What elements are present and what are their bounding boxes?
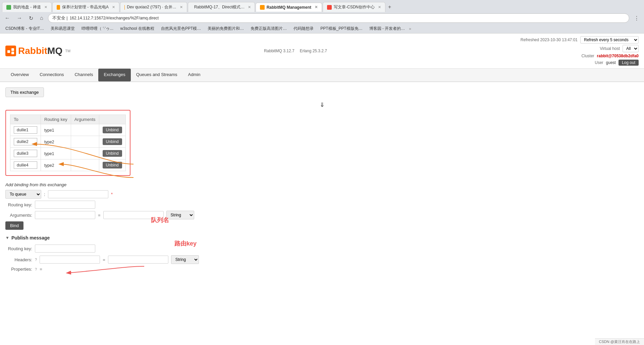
binding-to-1: duilie1: [10, 124, 41, 136]
tab-close-1[interactable]: ✕: [44, 5, 47, 9]
unbind-cell-4: Unbind: [99, 159, 125, 171]
bookmark-w3school[interactable]: w3school 在线教程: [118, 25, 157, 32]
logo-text: RabbitMQ: [18, 46, 62, 56]
arguments-type-select[interactable]: String Integer Boolean: [166, 211, 194, 219]
binding-to-4: duilie4: [10, 159, 41, 171]
bookmark-csdn[interactable]: CSDN博客 - 专业IT…: [3, 25, 47, 32]
col-to: To: [10, 115, 41, 124]
logo-mq-part: MQ: [47, 46, 62, 56]
reload-button[interactable]: ↻: [27, 14, 35, 22]
routing-key-3: type1: [41, 148, 71, 159]
properties-help-icon[interactable]: ?: [35, 267, 37, 271]
tab-maintenance[interactable]: 保养计划管理 - 帝晶光电A ✕: [52, 2, 119, 12]
tab-rabbitmq-blog[interactable]: RabbitMQ-17、Direct模式… ✕: [188, 2, 255, 12]
logout-button[interactable]: Log out: [619, 60, 639, 66]
tab-bar: 我的地盘 - 禅道 ✕ 保养计划管理 - 帝晶光电A ✕ Dev quxiao2…: [0, 0, 644, 12]
nav-queues[interactable]: Queues and Streams: [131, 69, 183, 81]
pub-properties-row: Properties: ? =: [5, 267, 639, 272]
bookmark-hd-images[interactable]: 免费正版高清图片…: [248, 25, 289, 32]
logo: RabbitMQ TM: [5, 46, 70, 56]
nav-admin[interactable]: Admin: [183, 69, 206, 81]
url-box[interactable]: 不安全 | 162.14.112.7:15672/#/exchanges/%2F…: [48, 13, 629, 23]
pub-routing-key-input[interactable]: [35, 245, 95, 253]
arguments-form-label: Arguments:: [5, 213, 32, 218]
refresh-row: Refreshed 2023-10-30 13:47:01 Refresh ev…: [521, 36, 639, 44]
publish-section-title[interactable]: ▼ Publish message: [5, 235, 639, 240]
bookmarks-more[interactable]: »: [409, 26, 411, 31]
extensions-button[interactable]: ⋮: [632, 14, 641, 22]
binding-row-1: duilie1 type1 Unbind: [10, 124, 126, 136]
arguments-input[interactable]: [35, 211, 95, 219]
to-queue-input[interactable]: [48, 190, 108, 198]
cluster-name: rabbit@70538db2dfa0: [597, 54, 639, 58]
logo-tm: TM: [65, 49, 70, 53]
app-header: RabbitMQ TM RabbitMQ 3.12.7 Erlang 25.3.…: [0, 33, 644, 69]
bookmark-ppt2[interactable]: PPT模板_PPT模版免…: [318, 25, 365, 32]
tab-my-place[interactable]: 我的地盘 - 禅道 ✕: [2, 2, 52, 12]
tab-favicon-3: [124, 5, 125, 10]
pub-headers-value-input[interactable]: [108, 256, 168, 264]
nav-overview[interactable]: Overview: [5, 69, 34, 81]
tab-close-6[interactable]: ✕: [378, 5, 381, 9]
arguments-4: [71, 159, 99, 171]
vhost-select[interactable]: All /: [623, 45, 639, 52]
tab-favicon-2: [57, 5, 60, 10]
bookmark-blog[interactable]: 博客园 - 开发者的…: [367, 25, 408, 32]
to-queue-select[interactable]: To queue To exchange: [5, 190, 41, 199]
tab-close-3[interactable]: ✕: [180, 5, 183, 9]
headers-help-icon[interactable]: ?: [35, 258, 37, 262]
bookmark-bilibili[interactable]: 哔哩哔哩（ '·'ゥ…: [79, 25, 116, 32]
forward-button[interactable]: →: [15, 14, 24, 22]
tab-close-2[interactable]: ✕: [112, 5, 115, 9]
publish-title-text: Publish message: [11, 235, 50, 240]
binding-to-3: duilie3: [10, 148, 41, 159]
user-name: guest: [606, 60, 616, 65]
pub-headers-type-select[interactable]: String Integer Boolean: [171, 255, 199, 264]
binding-to-2: duilie2: [10, 136, 41, 148]
arguments-2: [71, 136, 99, 148]
nav-channels[interactable]: Channels: [69, 69, 98, 81]
bindings-section: To Routing key Arguments duilie1 type1 U…: [5, 110, 130, 176]
bookmark-code[interactable]: 代码随想录: [291, 25, 316, 32]
bookmark-images[interactable]: 美丽的免费图片和…: [205, 25, 247, 32]
queue-box-1: duilie1: [14, 126, 37, 134]
unbind-button-3[interactable]: Unbind: [103, 150, 122, 157]
new-tab-button[interactable]: +: [386, 3, 393, 11]
tab-csdn[interactable]: 写文章-CSDN创作中心 ✕: [323, 2, 385, 12]
this-exchange-button[interactable]: This exchange: [5, 87, 44, 97]
binding-row-2: duilie2 type2 Unbind: [10, 136, 126, 148]
tab-dev[interactable]: Dev quxiao2 (!797) · 合并… ✕: [120, 2, 187, 12]
col-arguments: Arguments: [71, 115, 99, 124]
tab-close-5[interactable]: ✕: [315, 5, 318, 9]
pub-properties-label: Properties:: [5, 267, 32, 272]
pub-headers-key-input[interactable]: [40, 256, 100, 264]
tab-label-6: 写文章-CSDN创作中心: [334, 4, 375, 10]
bookmark-ppt1[interactable]: 自然风光景色PPT模…: [158, 25, 204, 32]
tab-rabbitmq-mgmt[interactable]: RabbitMQ Management ✕: [256, 3, 322, 12]
unbind-button-2[interactable]: Unbind: [103, 138, 122, 145]
pub-equals-sign: =: [103, 257, 105, 262]
home-button[interactable]: ⌂: [38, 14, 45, 22]
nav-connections[interactable]: Connections: [34, 69, 69, 81]
bookmarks-bar: CSDN博客 - 专业IT… 美和易思课堂 哔哩哔哩（ '·'ゥ… w3scho…: [0, 24, 644, 33]
bookmark-meihe[interactable]: 美和易思课堂: [48, 25, 77, 32]
routing-key-input[interactable]: [35, 201, 95, 209]
tab-label-2: 保养计划管理 - 帝晶光电A: [62, 4, 109, 10]
back-button[interactable]: ←: [3, 14, 12, 22]
tab-favicon-5: [260, 5, 265, 10]
pub-headers-row: Headers: ? = String Integer Boolean: [5, 255, 639, 264]
bind-button[interactable]: Bind: [5, 221, 23, 230]
cluster-label: Cluster: [582, 54, 594, 58]
arguments-1: [71, 124, 99, 136]
routing-key-2: type2: [41, 136, 71, 148]
tab-close-4[interactable]: ✕: [248, 5, 251, 9]
bind-button-row: Bind: [5, 221, 639, 230]
bindings-table: To Routing key Arguments duilie1 type1 U…: [10, 115, 126, 171]
unbind-button-1[interactable]: Unbind: [103, 127, 122, 133]
erlang-version: Erlang 25.3.2.7: [300, 49, 327, 53]
nav-exchanges[interactable]: Exchanges: [98, 69, 130, 81]
arguments-value-input[interactable]: [103, 211, 164, 219]
refresh-select[interactable]: Refresh every 5 seconds Refresh every 10…: [580, 36, 639, 44]
pub-headers-label: Headers:: [5, 257, 32, 262]
unbind-button-4[interactable]: Unbind: [103, 162, 122, 168]
